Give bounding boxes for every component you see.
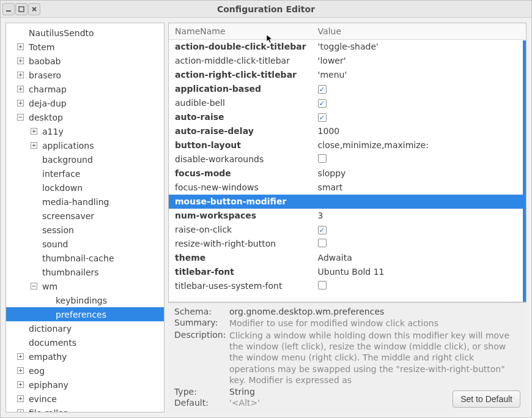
tree-item-preferences[interactable]: preferences bbox=[6, 307, 164, 321]
tree-item-applications[interactable]: +applications bbox=[6, 138, 164, 152]
key-value-cell[interactable] bbox=[312, 279, 526, 293]
tree-item-empathy[interactable]: +empathy bbox=[6, 349, 164, 364]
schema-tree[interactable]: NautilusSendto+Totem+baobab+brasero+char… bbox=[6, 23, 164, 412]
tree-item-desktop[interactable]: −desktop bbox=[6, 110, 164, 124]
key-value-cell[interactable] bbox=[312, 195, 526, 209]
expand-icon[interactable]: + bbox=[17, 43, 24, 50]
table-row[interactable]: action-double-click-titlebar'toggle-shad… bbox=[169, 40, 526, 54]
tree-item-label: background bbox=[42, 155, 93, 165]
tree-item-dictionary[interactable]: dictionary bbox=[6, 321, 164, 335]
table-row[interactable]: resize-with-right-button bbox=[169, 237, 526, 251]
key-value-cell[interactable] bbox=[312, 152, 526, 166]
tree-item-evince[interactable]: +evince bbox=[6, 392, 164, 406]
tree-item-thumbnailers[interactable]: thumbnailers bbox=[6, 265, 164, 279]
tree-item-charmap[interactable]: +charmap bbox=[6, 82, 164, 96]
key-name-cell: theme bbox=[169, 251, 312, 265]
tree-item-keybindings[interactable]: keybindings bbox=[6, 293, 164, 307]
tree-item-screensaver[interactable]: screensaver bbox=[6, 209, 164, 223]
column-header-value[interactable]: Value bbox=[312, 23, 526, 40]
key-value-cell[interactable]: 'menu' bbox=[312, 68, 526, 82]
table-row[interactable]: titlebar-uses-system-font bbox=[169, 279, 526, 293]
key-value-cell[interactable]: Adwaita bbox=[312, 251, 526, 265]
table-row[interactable]: titlebar-fontUbuntu Bold 11 bbox=[169, 265, 526, 279]
table-row[interactable]: auto-raise-delay1000 bbox=[169, 124, 526, 138]
tree-item-NautilusSendto[interactable]: NautilusSendto bbox=[6, 26, 164, 40]
expand-icon[interactable]: + bbox=[17, 86, 24, 92]
set-to-default-button[interactable]: Set to Default bbox=[453, 390, 520, 408]
table-row[interactable]: focus-modesloppy bbox=[169, 166, 526, 181]
tree-item-label: wm bbox=[42, 282, 57, 291]
key-value-cell[interactable] bbox=[312, 237, 526, 251]
tree-item-baobab[interactable]: +baobab bbox=[6, 54, 164, 68]
key-name-cell: action-middle-click-titlebar bbox=[169, 54, 312, 68]
tree-item-lockdown[interactable]: lockdown bbox=[6, 181, 164, 195]
column-header-name[interactable]: NameName bbox=[169, 23, 312, 40]
tree-item-Totem[interactable]: +Totem bbox=[6, 40, 164, 54]
tree-item-sound[interactable]: sound bbox=[6, 237, 164, 251]
key-value-cell[interactable] bbox=[312, 223, 526, 237]
table-row[interactable]: auto-raise bbox=[169, 110, 526, 124]
checkbox-icon[interactable] bbox=[318, 113, 327, 122]
expand-icon[interactable]: + bbox=[17, 381, 24, 388]
expand-icon[interactable]: + bbox=[17, 58, 24, 64]
key-value-cell[interactable]: 'toggle-shade' bbox=[312, 40, 526, 54]
tree-item-wm[interactable]: −wm bbox=[6, 279, 164, 293]
table-row[interactable]: num-workspaces3 bbox=[169, 209, 526, 223]
expand-icon[interactable]: + bbox=[17, 367, 24, 374]
table-row[interactable]: themeAdwaita bbox=[169, 251, 526, 265]
table-row[interactable]: mouse-button-modifier bbox=[169, 195, 526, 209]
expand-icon[interactable]: + bbox=[31, 142, 37, 149]
tree-item-documents[interactable]: documents bbox=[6, 335, 164, 349]
key-value-cell[interactable]: smart bbox=[312, 181, 526, 195]
table-row[interactable]: focus-new-windowssmart bbox=[169, 181, 526, 195]
key-value-cell[interactable]: sloppy bbox=[312, 166, 526, 181]
minimize-button[interactable] bbox=[2, 3, 15, 15]
collapse-icon[interactable]: − bbox=[17, 114, 24, 121]
minimize-icon bbox=[6, 6, 12, 12]
tree-item-deja-dup[interactable]: +deja-dup bbox=[6, 96, 164, 110]
expand-icon[interactable]: + bbox=[17, 409, 24, 412]
close-button[interactable] bbox=[28, 3, 40, 15]
table-row[interactable]: button-layoutclose,minimize,maximize: bbox=[169, 138, 526, 152]
key-value-cell[interactable]: 3 bbox=[312, 209, 526, 223]
table-row[interactable]: application-based bbox=[169, 82, 526, 96]
key-value-cell[interactable]: 1000 bbox=[312, 124, 526, 138]
table-row[interactable]: disable-workarounds bbox=[169, 152, 526, 166]
maximize-button[interactable] bbox=[15, 3, 28, 15]
tree-item-epiphany[interactable]: +epiphany bbox=[6, 378, 164, 392]
checkbox-icon[interactable] bbox=[318, 154, 327, 163]
key-value-cell[interactable] bbox=[312, 82, 526, 96]
tree-item-interface[interactable]: interface bbox=[6, 166, 164, 181]
key-value-cell[interactable] bbox=[312, 110, 526, 124]
expand-icon[interactable]: + bbox=[17, 100, 24, 106]
key-value-cell[interactable]: 'lower' bbox=[312, 54, 526, 68]
checkbox-icon[interactable] bbox=[318, 239, 327, 247]
tree-item-media-handling[interactable]: media-handling bbox=[6, 195, 164, 209]
table-row[interactable]: action-middle-click-titlebar'lower' bbox=[169, 54, 526, 68]
table-row[interactable]: action-right-click-titlebar'menu' bbox=[169, 68, 526, 82]
expand-icon[interactable]: + bbox=[17, 395, 24, 402]
tree-item-session[interactable]: session bbox=[6, 223, 164, 237]
key-table-scroll[interactable]: NameName Value action-double-click-title… bbox=[169, 23, 526, 302]
key-value-cell[interactable] bbox=[312, 96, 526, 110]
expand-icon[interactable]: + bbox=[17, 353, 24, 360]
table-row[interactable]: audible-bell bbox=[169, 96, 526, 110]
titlebar[interactable]: Configuration Editor bbox=[1, 1, 531, 18]
checkbox-icon[interactable] bbox=[318, 99, 327, 108]
key-value-cell[interactable]: Ubuntu Bold 11 bbox=[312, 265, 526, 279]
table-row[interactable]: raise-on-click bbox=[169, 223, 526, 237]
tree-item-a11y[interactable]: +a11y bbox=[6, 124, 164, 138]
key-value-cell[interactable]: close,minimize,maximize: bbox=[312, 138, 526, 152]
scrollbar-track[interactable] bbox=[523, 40, 526, 302]
checkbox-icon[interactable] bbox=[318, 226, 327, 234]
tree-item-brasero[interactable]: +brasero bbox=[6, 68, 164, 82]
tree-item-eog[interactable]: +eog bbox=[6, 364, 164, 378]
checkbox-icon[interactable] bbox=[318, 281, 327, 289]
expand-icon[interactable]: + bbox=[17, 72, 24, 78]
tree-item-background[interactable]: background bbox=[6, 152, 164, 166]
tree-item-thumbnail-cache[interactable]: thumbnail-cache bbox=[6, 251, 164, 265]
expand-icon[interactable]: + bbox=[31, 128, 37, 135]
tree-item-file-roller[interactable]: +file-roller bbox=[6, 406, 164, 412]
collapse-icon[interactable]: − bbox=[31, 283, 37, 289]
checkbox-icon[interactable] bbox=[318, 85, 327, 94]
